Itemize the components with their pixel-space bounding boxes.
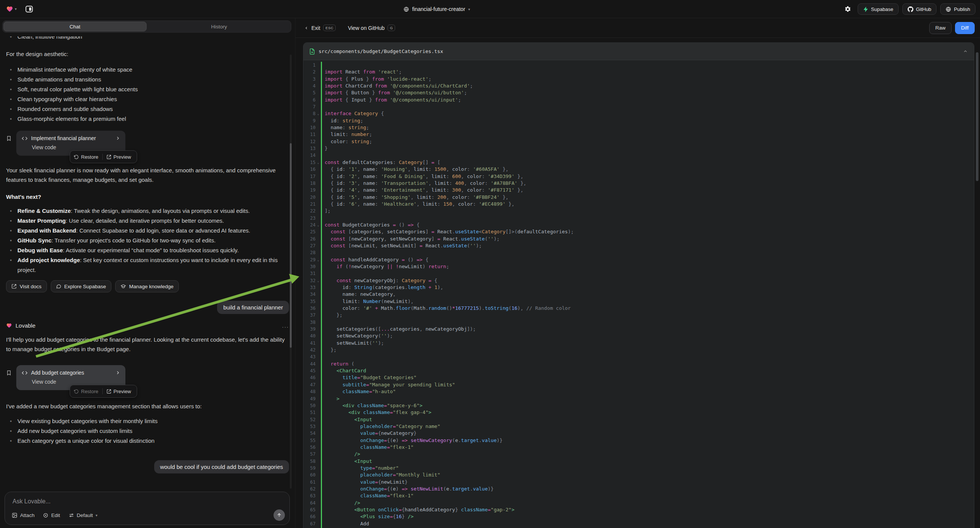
file-header[interactable]: src/components/budget/BudgetCategories.t…	[304, 43, 974, 60]
preview-button[interactable]: Preview	[107, 154, 131, 160]
code-line: 35 limit: Number(newLimit),	[304, 298, 974, 305]
code-line: 51 <div className="flex gap-4">	[304, 409, 974, 416]
view-on-github-label: View on GitHub	[348, 25, 385, 31]
tab-chat[interactable]: Chat	[3, 22, 146, 32]
chat-composer[interactable]: Ask Lovable... Attach Edit	[5, 491, 290, 525]
code-line: 29⌄ const handleAddCategory = () => {	[304, 256, 974, 263]
code-line: 8⌄interface Category {	[304, 110, 974, 117]
model-selector[interactable]: Default ▾	[68, 512, 98, 518]
code-line: 33 id: String(categories.length + 1),	[304, 284, 974, 291]
chevron-up-icon[interactable]	[963, 49, 968, 54]
design-bullet-list: Minimalist interface with plenty of whit…	[6, 65, 289, 124]
user-message-row: would be cool if you could add budget ca…	[6, 460, 289, 474]
preview-label: Preview	[114, 389, 131, 394]
restore-icon	[74, 389, 79, 394]
exit-label: Exit	[312, 25, 320, 31]
file-card: src/components/budget/BudgetCategories.t…	[303, 43, 974, 528]
external-link-icon	[107, 389, 111, 394]
code-line: 12 color: string;	[304, 138, 974, 145]
restore-button[interactable]: Restore	[74, 154, 99, 160]
pill-divider	[102, 388, 103, 394]
quick-actions: Visit docs Explore Supabase Manage knowl…	[6, 280, 289, 293]
next-steps-list: Refine & Customize: Tweak the design, an…	[6, 206, 289, 275]
manage-knowledge-button[interactable]: Manage knowledge	[115, 280, 179, 293]
code-line: 37 };	[304, 312, 974, 318]
graduation-cap-icon	[121, 284, 126, 289]
preview-button[interactable]: Preview	[107, 389, 131, 394]
list-item: View existing budget categories with the…	[6, 416, 289, 426]
project-title: financial-future-creator	[412, 6, 465, 12]
bullet-rest: : Connect Supabase to add login, store d…	[76, 227, 250, 234]
send-button[interactable]	[274, 509, 285, 521]
bookmark-icon[interactable]	[6, 135, 12, 142]
arrow-up-icon	[277, 512, 282, 518]
code-line: 61 value={newLimit}	[304, 479, 974, 485]
version-card-title: Add budget categories	[31, 370, 112, 376]
supabase-button[interactable]: Supabase	[858, 3, 899, 15]
code-line: 38	[304, 319, 974, 326]
chat-scrollbar-thumb[interactable]	[290, 143, 292, 348]
diff-toggle-button[interactable]: Diff	[955, 22, 975, 34]
code-line: 1	[304, 62, 974, 68]
action-label: Explore Supabase	[64, 284, 106, 289]
bullet-rest: : Activate our experimental “chat mode” …	[63, 247, 239, 253]
chevron-right-icon	[116, 371, 120, 375]
view-on-github-button[interactable]: View on GitHub G	[348, 25, 395, 31]
code-line: 62 onChange={(e) => setNewLimit(e.target…	[304, 485, 974, 492]
version-card-header: Implement financial planner	[22, 135, 120, 141]
code-line: 9 id: string;	[304, 118, 974, 124]
restore-button[interactable]: Restore	[74, 389, 99, 394]
lovable-logo-menu[interactable]: ▾	[6, 6, 17, 13]
code-line: 60 placeholder="Monthly limit"	[304, 472, 974, 479]
bullet-lead: Master Prompting	[18, 218, 66, 224]
user-message-row: build a financial planner	[6, 301, 289, 314]
project-switcher[interactable]: financial-future-creator ▾	[403, 0, 470, 18]
raw-toggle-button[interactable]: Raw	[929, 22, 951, 34]
pill-divider	[102, 154, 103, 160]
chevron-right-icon	[116, 136, 120, 140]
code-line: 24⌄const BudgetCategories = () => {	[304, 221, 974, 228]
tab-history[interactable]: History	[148, 22, 291, 32]
attach-button[interactable]: Attach	[12, 512, 35, 518]
code-line: 22];	[304, 208, 974, 215]
code-scrollbar-thumb[interactable]	[976, 52, 978, 181]
code-line: 59 type="number"	[304, 465, 974, 472]
view-code-link[interactable]: View code	[32, 379, 120, 385]
publish-globe-icon	[945, 6, 951, 12]
settings-button[interactable]	[842, 3, 854, 15]
code-line: 46 title="Budget Categories"	[304, 374, 974, 381]
code-icon	[22, 136, 28, 141]
visit-docs-button[interactable]: Visit docs	[6, 280, 47, 293]
action-label: Manage knowledge	[129, 284, 173, 289]
code-line: 41 setNewLimit('');	[304, 340, 974, 347]
preview-label: Preview	[114, 154, 131, 160]
g-shortcut-badge: G	[388, 25, 395, 31]
code-line: 66 <Plus size={16} />	[304, 513, 974, 520]
chat-input[interactable]: Ask Lovable...	[13, 498, 51, 505]
sidebar-toggle-button[interactable]	[24, 3, 35, 15]
publish-button[interactable]: Publish	[940, 3, 975, 15]
supabase-label: Supabase	[871, 6, 893, 12]
external-link-icon	[11, 284, 17, 289]
message-menu-button[interactable]: ...	[282, 322, 289, 329]
edit-button[interactable]: Edit	[43, 512, 60, 518]
sliders-icon	[68, 512, 74, 518]
github-button[interactable]: GitHub	[902, 3, 936, 15]
project-globe-icon	[403, 6, 409, 12]
exit-button[interactable]: Exit ESC	[305, 25, 336, 31]
code-line: 42 };	[304, 347, 974, 353]
code-line: 19 { id: '4', name: 'Entertainment', lim…	[304, 187, 974, 194]
view-code-link[interactable]: View code	[32, 144, 120, 150]
user-message: build a financial planner	[217, 301, 289, 314]
version-row: Add budget categories View code	[6, 365, 289, 390]
github-icon	[908, 6, 913, 12]
bookmark-icon[interactable]	[6, 370, 12, 376]
chevron-left-icon	[305, 26, 309, 30]
code-line: 49 >	[304, 396, 974, 402]
design-intro: For the design aesthetic:	[6, 49, 289, 59]
explore-supabase-button[interactable]: Explore Supabase	[51, 280, 111, 293]
list-item: Clean, intuitive navigation	[6, 37, 289, 42]
code-panel: Exit ESC View on GitHub G Raw Diff src/c…	[296, 18, 980, 528]
code-line: 28	[304, 249, 974, 256]
list-item: Glass-morphic elements for a premium fee…	[6, 114, 289, 124]
